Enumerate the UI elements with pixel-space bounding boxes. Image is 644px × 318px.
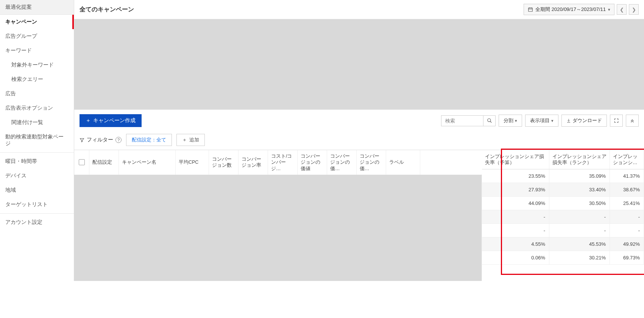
- cell-impression-share: 49.92%: [610, 237, 644, 251]
- double-chevron-up-icon: [630, 118, 635, 123]
- cell-is-loss-rank: 30.21%: [549, 251, 610, 264]
- cell-is-loss-rank: 45.53%: [549, 237, 610, 251]
- chevron-down-icon: ▾: [551, 118, 554, 123]
- collapse-up-button[interactable]: [626, 115, 639, 127]
- sidebar-item-campaign[interactable]: キャンペーン: [0, 15, 74, 29]
- grid-body-left-masked: [74, 175, 482, 281]
- col-campaign-name[interactable]: キャンペーン名: [119, 150, 176, 175]
- svg-point-4: [487, 119, 490, 122]
- create-campaign-button[interactable]: ＋ キャンペーン作成: [80, 114, 142, 127]
- filter-chip-delivery[interactable]: 配信設定：全て: [126, 134, 172, 146]
- col-conv-rate[interactable]: コンバージョン率: [239, 150, 268, 175]
- date-range-text: 全期間 2020/09/17～2023/07/11: [535, 6, 606, 13]
- page-header: 全てのキャンペーン 全期間 2020/09/17～2023/07/11 ▾ ❮ …: [74, 0, 644, 19]
- columns-button[interactable]: 表示項目▾: [525, 115, 558, 127]
- cell-impression-share: 69.73%: [610, 251, 644, 264]
- page-title: 全てのキャンペーン: [80, 6, 134, 14]
- cell-is-loss-budget: -: [482, 210, 549, 223]
- download-icon: [566, 118, 571, 123]
- cell-is-loss-rank: -: [549, 210, 610, 223]
- col-conv-value-2[interactable]: コンバージョンの価…: [327, 150, 357, 175]
- date-next-button[interactable]: ❯: [629, 4, 639, 15]
- chevron-down-icon: ▾: [515, 118, 517, 123]
- sidebar-item-assoc-list[interactable]: 関連付け一覧: [0, 115, 74, 130]
- table-row[interactable]: ---: [482, 224, 644, 237]
- filter-add-button[interactable]: ＋ 追加: [176, 134, 205, 146]
- svg-line-5: [490, 121, 491, 123]
- col-cost-per-conv[interactable]: コスト/コンバージ…: [268, 150, 298, 175]
- search-icon: [487, 118, 492, 123]
- grid-header-right: インプレッションシェア損失率（予算） インプレッションシェア損失率（ランク） イ…: [482, 150, 644, 169]
- sidebar-item-keyword[interactable]: キーワード: [0, 43, 74, 58]
- svg-rect-0: [529, 8, 533, 11]
- table-row[interactable]: 27.93%33.40%38.67%: [482, 183, 644, 197]
- grid-body-right: 23.55%35.09%41.37%27.93%33.40%38.67%44.0…: [482, 169, 644, 265]
- cell-impression-share: 41.37%: [610, 169, 644, 183]
- sidebar-item-dow[interactable]: 曜日・時間帯: [0, 154, 74, 169]
- col-avg-cpc[interactable]: 平均CPC: [176, 150, 209, 175]
- sidebar-item-search-query[interactable]: 検索クエリー: [0, 72, 74, 87]
- sidebar-item-device[interactable]: デバイス: [0, 169, 74, 183]
- plus-icon: ＋: [86, 117, 91, 124]
- sidebar-item-dsa-page[interactable]: 動的検索連動型対象ページ: [0, 130, 74, 151]
- cell-is-loss-budget: 4.55%: [482, 237, 549, 251]
- select-all-checkbox[interactable]: [74, 150, 89, 175]
- sidebar-item-ad-ext[interactable]: 広告表示オプション: [0, 101, 74, 115]
- table-row[interactable]: ---: [482, 210, 644, 224]
- cell-is-loss-budget: -: [482, 224, 549, 237]
- table-row[interactable]: 44.09%30.50%25.41%: [482, 197, 644, 210]
- cell-impression-share: 38.67%: [610, 183, 644, 196]
- search-button[interactable]: [483, 116, 495, 126]
- expand-button[interactable]: [610, 115, 623, 127]
- sidebar-item-optimize[interactable]: 最適化提案: [0, 0, 74, 15]
- col-conv-value[interactable]: コンバージョンの価値: [298, 150, 327, 175]
- filter-label: フィルター ?: [80, 137, 122, 143]
- cell-is-loss-rank: 35.09%: [549, 169, 610, 183]
- col-is-loss-budget[interactable]: インプレッションシェア損失率（予算）: [482, 150, 549, 169]
- grid-header-left: 配信設定 キャンペーン名 平均CPC コンバージョン数 コンバージョン率 コスト…: [74, 150, 482, 175]
- cell-is-loss-budget: 23.55%: [482, 169, 549, 183]
- cell-is-loss-rank: 30.50%: [549, 197, 610, 210]
- calendar-icon: [528, 7, 533, 12]
- create-campaign-label: キャンペーン作成: [93, 117, 136, 124]
- col-conversions[interactable]: コンバージョン数: [209, 150, 239, 175]
- cell-is-loss-rank: 33.40%: [549, 183, 610, 196]
- split-button[interactable]: 分割▾: [499, 115, 522, 127]
- sidebar-item-target-list[interactable]: ターゲットリスト: [0, 197, 74, 212]
- search-input[interactable]: [441, 116, 483, 126]
- sidebar-item-ad[interactable]: 広告: [0, 87, 74, 101]
- sidebar-item-adgroup[interactable]: 広告グループ: [0, 29, 74, 43]
- cell-is-loss-rank: -: [549, 224, 610, 237]
- data-grid: 配信設定 キャンペーン名 平均CPC コンバージョン数 コンバージョン率 コスト…: [74, 150, 644, 281]
- cell-is-loss-budget: 0.06%: [482, 251, 549, 264]
- cell-is-loss-budget: 44.09%: [482, 197, 549, 210]
- funnel-icon: [80, 138, 84, 143]
- toolbar: ＋ キャンペーン作成 分割▾ 表示項目▾ ダウンロード: [74, 110, 644, 132]
- expand-icon: [614, 118, 619, 123]
- sidebar-item-geo[interactable]: 地域: [0, 183, 74, 197]
- cell-impression-share: -: [610, 210, 644, 223]
- table-row[interactable]: 0.06%30.21%69.73%: [482, 251, 644, 265]
- cell-impression-share: 25.41%: [610, 197, 644, 210]
- grid-right-pane: インプレッションシェア損失率（予算） インプレッションシェア損失率（ランク） イ…: [482, 150, 644, 281]
- sidebar-item-neg-keyword[interactable]: 対象外キーワード: [0, 58, 74, 72]
- sidebar-item-account[interactable]: アカウント設定: [0, 215, 74, 230]
- download-button[interactable]: ダウンロード: [561, 115, 607, 127]
- chart-area: [74, 19, 644, 110]
- col-label[interactable]: ラベル: [386, 150, 420, 175]
- plus-icon: ＋: [182, 137, 187, 143]
- sidebar: 最適化提案 キャンペーン 広告グループ キーワード 対象外キーワード 検索クエリ…: [0, 0, 74, 281]
- table-row[interactable]: 23.55%35.09%41.37%: [482, 169, 644, 183]
- filter-bar: フィルター ? 配信設定：全て ＋ 追加: [74, 132, 644, 150]
- col-impression-share[interactable]: インプレッションシ…: [610, 150, 644, 169]
- date-range-picker[interactable]: 全期間 2020/09/17～2023/07/11 ▾: [524, 4, 614, 15]
- table-row[interactable]: 4.55%45.53%49.92%: [482, 237, 644, 251]
- col-delivery[interactable]: 配信設定: [89, 150, 119, 175]
- search-box: [441, 115, 496, 126]
- date-prev-button[interactable]: ❮: [617, 4, 627, 15]
- chevron-down-icon: ▾: [608, 7, 610, 12]
- help-icon[interactable]: ?: [115, 137, 122, 143]
- col-is-loss-rank[interactable]: インプレッションシェア損失率（ランク）: [549, 150, 610, 169]
- col-conv-value-3[interactable]: コンバージョンの価…: [357, 150, 386, 175]
- cell-impression-share: -: [610, 224, 644, 237]
